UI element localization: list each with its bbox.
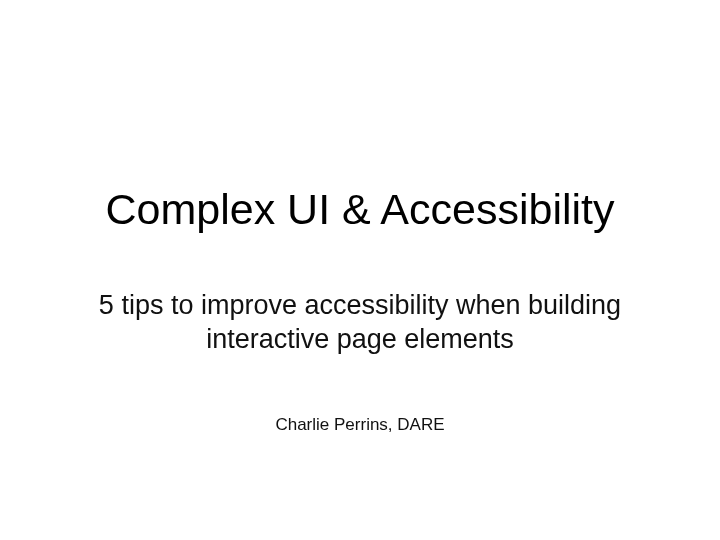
slide-container: Complex UI & Accessibility 5 tips to imp… bbox=[0, 0, 720, 540]
slide-subtitle: 5 tips to improve accessibility when bui… bbox=[90, 289, 630, 357]
slide-title: Complex UI & Accessibility bbox=[106, 185, 615, 234]
slide-author: Charlie Perrins, DARE bbox=[275, 415, 444, 435]
